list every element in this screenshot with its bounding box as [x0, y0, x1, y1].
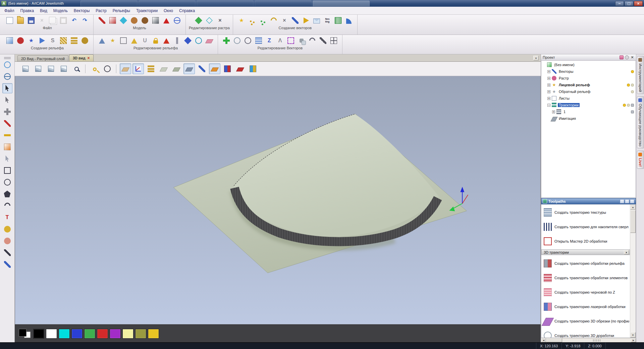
circle-tool-button[interactable]: [2, 177, 12, 187]
red-plane-button[interactable]: [234, 63, 246, 74]
dim-bulb-icon[interactable]: [627, 104, 630, 107]
expander-raster[interactable]: +: [547, 77, 550, 80]
view-isometric-button[interactable]: [20, 63, 31, 74]
menu-view[interactable]: Вид: [37, 7, 50, 14]
maximize-button[interactable]: □: [625, 1, 633, 6]
tree-row-root[interactable]: (Без имени): [541, 61, 636, 68]
toolpaths-panel-button-2[interactable]: [625, 199, 629, 203]
side-tab-tutorials[interactable]: Обучающее руководство: [637, 96, 644, 148]
hscrollbar-thumb[interactable]: [546, 338, 562, 342]
palette-swatch-6[interactable]: [110, 329, 121, 339]
sculpt-pen-button[interactable]: [2, 118, 12, 129]
wave-grid-button[interactable]: [254, 36, 264, 46]
shell-tool-button[interactable]: [2, 236, 12, 246]
scroll-up-button[interactable]: ▲: [630, 204, 636, 210]
expander-sheets[interactable]: +: [547, 97, 550, 100]
layer-stack-button[interactable]: [145, 63, 157, 74]
tree-row-toolpaths[interactable]: −Траектории: [541, 102, 636, 108]
expander-back-relief[interactable]: +: [547, 90, 550, 93]
relief-layers-button[interactable]: [69, 36, 79, 46]
z-order-button[interactable]: Z: [264, 36, 274, 46]
measure-tool-button[interactable]: [329, 36, 339, 46]
background-window-tab[interactable]: [313, 1, 370, 6]
open-model-button[interactable]: [15, 15, 25, 26]
background-window-tab[interactable]: [255, 1, 312, 6]
star-relief-button[interactable]: ★: [26, 36, 36, 46]
pin-icon[interactable]: [625, 55, 629, 59]
diamond-outline-button[interactable]: [204, 15, 214, 26]
tree-row-front-relief[interactable]: +★Лицевой рельеф: [541, 82, 636, 88]
menu-vectors[interactable]: Векторы: [71, 7, 93, 14]
palette-swatch-7[interactable]: [122, 329, 133, 339]
crown-relief-button[interactable]: [129, 36, 139, 46]
on-bulb-icon[interactable]: [623, 104, 626, 107]
panel-close-icon[interactable]: ×: [630, 55, 634, 59]
background-window-tab[interactable]: [139, 1, 196, 6]
transform-tool-button[interactable]: [2, 107, 12, 117]
fg-bg-color-indicator[interactable]: [18, 328, 32, 339]
brush-tool-button[interactable]: [2, 259, 12, 269]
scroll-down-button[interactable]: ▼: [630, 332, 636, 338]
offset-arrow-button[interactable]: [301, 15, 311, 26]
relief-eraser-button[interactable]: [204, 36, 214, 46]
menu-window[interactable]: Окно: [161, 7, 176, 14]
gem-relief-button[interactable]: [183, 36, 193, 46]
texture-relief-button[interactable]: [58, 36, 68, 46]
expander-toolpaths[interactable]: −: [547, 104, 550, 107]
text-tool-button[interactable]: T: [2, 212, 12, 222]
rotate-view-button[interactable]: [2, 71, 12, 82]
fit-polyline-button[interactable]: [318, 36, 328, 46]
menu-toolpaths[interactable]: Траектории: [133, 7, 161, 14]
viewport-3d[interactable]: [15, 76, 541, 325]
view-front-button[interactable]: [33, 63, 44, 74]
snap-nodes-button[interactable]: [258, 15, 268, 26]
on-bulb-icon[interactable]: [631, 70, 634, 73]
pan-view-button[interactable]: [2, 60, 12, 70]
polygon-tool-button[interactable]: [2, 189, 12, 199]
arc-tool-button[interactable]: [2, 201, 12, 211]
tree-row-sheets[interactable]: +Листы: [541, 95, 636, 102]
weld-vectors-button[interactable]: [297, 36, 307, 46]
column-relief-button[interactable]: [172, 36, 182, 46]
extrude-relief-button[interactable]: [80, 36, 90, 46]
fit-arc-button[interactable]: [307, 36, 317, 46]
toolpath-laser[interactable]: Создать траекторию лазерной обработки: [541, 299, 630, 314]
palette-swatch-1[interactable]: [46, 329, 57, 339]
toolpath-texture[interactable]: Создать траекторию текстуры: [541, 205, 630, 219]
paint-relief-button[interactable]: [196, 63, 208, 74]
tab-2d-view[interactable]: 2D Вид - Растровый слой: [17, 55, 68, 61]
toolbar-grip[interactable]: [4, 56, 11, 59]
diamond-fill-button[interactable]: [194, 15, 204, 26]
barcode-vectors-button[interactable]: [333, 15, 343, 26]
frame-relief-button[interactable]: [118, 36, 128, 46]
rectangle-tool-button[interactable]: [2, 165, 12, 176]
palette-swatch-3[interactable]: [71, 329, 83, 339]
tool-bulb-icon[interactable]: [631, 104, 634, 107]
tab-list-dropdown[interactable]: ▼: [533, 56, 539, 60]
multicolour-view-button[interactable]: [247, 63, 259, 74]
magic-wand-button[interactable]: [118, 15, 128, 26]
draw-plane-toggle-button[interactable]: [120, 63, 131, 74]
sparkle-eye-button[interactable]: [194, 36, 204, 46]
paint-roller-button[interactable]: [2, 130, 12, 140]
bell-vector-button[interactable]: Λ: [275, 36, 285, 46]
menu-raster[interactable]: Растр: [93, 7, 109, 14]
menu-file[interactable]: Файл: [1, 7, 17, 14]
copy-button[interactable]: [48, 15, 58, 26]
title-bar[interactable]: A (Без имени) - ArtCAM Jewelsmith − □ ×: [0, 0, 644, 7]
menu-edit[interactable]: Правка: [17, 7, 37, 14]
axes-toggle-button[interactable]: [132, 63, 144, 74]
marker-pen-button[interactable]: [97, 15, 107, 26]
side-tab-live[interactable]: Live!: [637, 151, 644, 169]
background-window-tab[interactable]: [197, 1, 254, 6]
menu-reliefs[interactable]: Рельефы: [110, 7, 133, 14]
torus-vector-button[interactable]: [232, 36, 242, 46]
cut-button[interactable]: ×: [37, 15, 47, 26]
toolpath-3d-cutout[interactable]: Создать траекторию 3D обрезки (по профил: [541, 314, 630, 328]
section-collapse-button[interactable]: ▲: [624, 250, 629, 254]
cup-relief-button[interactable]: U: [140, 36, 150, 46]
plate-flat-button[interactable]: [158, 63, 169, 74]
polyline-pen-button[interactable]: [290, 15, 300, 26]
light-key-button[interactable]: [89, 63, 100, 74]
toolpath-2d-wizard[interactable]: Открыть Мастер 2D обработки: [541, 234, 630, 248]
